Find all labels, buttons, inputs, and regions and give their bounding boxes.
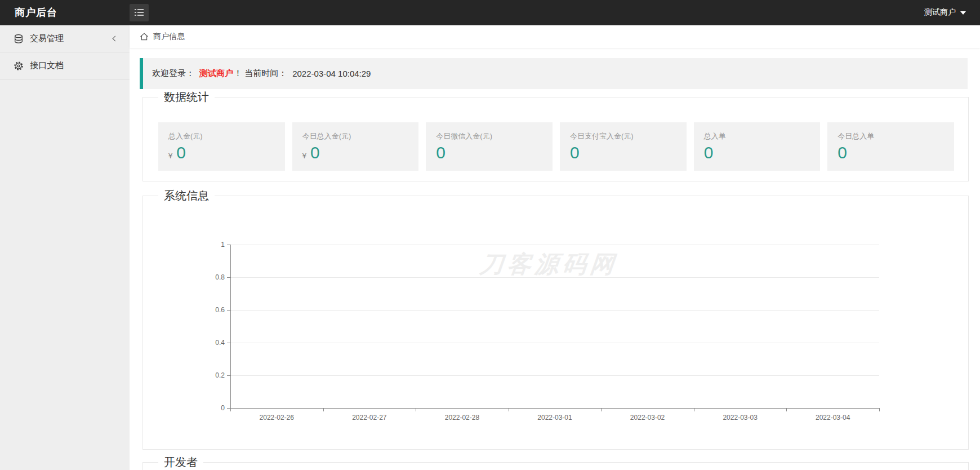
stat-card: 总入金(元)¥0 bbox=[158, 122, 285, 171]
stat-card-label: 今日微信入金(元) bbox=[436, 131, 542, 141]
x-axis-tick bbox=[601, 408, 602, 411]
y-gridline bbox=[230, 310, 879, 311]
y-axis-label: 0.6 bbox=[215, 306, 225, 314]
x-axis-tick bbox=[879, 408, 880, 411]
welcome-suffix: ！ 当前时间： bbox=[234, 68, 287, 79]
x-axis-tick bbox=[323, 408, 324, 411]
stat-card-number: 0 bbox=[310, 143, 320, 162]
line-chart: 刀客源码网 00.20.40.60.812022-02-262022-02-27… bbox=[143, 196, 968, 449]
x-axis-label: 2022-02-28 bbox=[445, 414, 479, 422]
stat-card-number: 0 bbox=[570, 143, 580, 162]
current-time: 2022-03-04 10:04:29 bbox=[292, 69, 371, 78]
stat-card-number: 0 bbox=[436, 143, 446, 162]
breadcrumb: 商户信息 bbox=[130, 25, 980, 48]
developer-section-title: 开发者 bbox=[158, 455, 203, 469]
top-header: 商户后台 测试商户 bbox=[0, 0, 980, 25]
database-icon bbox=[14, 34, 24, 44]
developer-section: 开发者 bbox=[142, 462, 969, 470]
x-axis-line bbox=[230, 408, 880, 409]
main-area: 商户信息 欢迎登录： 测试商户 ！ 当前时间： 2022-03-04 10:04… bbox=[130, 25, 980, 470]
x-axis-tick bbox=[786, 408, 787, 411]
stats-section: 数据统计 总入金(元)¥0今日总入金(元)¥0今日微信入金(元)0今日支付宝入金… bbox=[142, 97, 969, 181]
y-gridline bbox=[230, 343, 879, 343]
x-axis-label: 2022-02-26 bbox=[260, 414, 294, 422]
currency-symbol: ¥ bbox=[302, 152, 306, 160]
stat-card-label: 今日总入单 bbox=[838, 131, 944, 141]
page-content: 欢迎登录： 测试商户 ！ 当前时间： 2022-03-04 10:04:29 数… bbox=[130, 58, 980, 470]
sidebar-nav: 交易管理接口文档 bbox=[0, 25, 130, 79]
gear-icon bbox=[14, 61, 24, 71]
sidebar: 交易管理接口文档 bbox=[0, 25, 130, 470]
caret-down-icon bbox=[960, 11, 966, 15]
stat-card-label: 总入单 bbox=[704, 131, 810, 141]
x-axis-tick bbox=[509, 408, 509, 411]
merchant-name: 测试商户 bbox=[199, 68, 233, 79]
system-info-section: 系统信息 刀客源码网 00.20.40.60.812022-02-262022-… bbox=[142, 196, 969, 450]
currency-symbol: ¥ bbox=[168, 152, 172, 160]
breadcrumb-label[interactable]: 商户信息 bbox=[153, 32, 185, 42]
x-axis-tick bbox=[416, 408, 416, 411]
sidebar-item-label: 交易管理 bbox=[30, 33, 113, 44]
user-menu[interactable]: 测试商户 bbox=[924, 7, 980, 17]
watermark-text: 刀客源码网 bbox=[478, 249, 620, 280]
stat-card: 总入单0 bbox=[694, 122, 821, 171]
app-title: 商户后台 bbox=[0, 6, 130, 19]
stat-card-value: 0 bbox=[704, 143, 810, 162]
x-axis-label: 2022-03-02 bbox=[630, 414, 665, 422]
sidebar-item-api-docs[interactable]: 接口文档 bbox=[0, 52, 130, 79]
stat-card-number: 0 bbox=[176, 143, 186, 162]
y-axis-label: 1 bbox=[221, 241, 225, 249]
stat-card-value: 0 bbox=[570, 143, 676, 162]
stat-cards-row: 总入金(元)¥0今日总入金(元)¥0今日微信入金(元)0今日支付宝入金(元)0总… bbox=[158, 122, 954, 171]
y-axis-label: 0.4 bbox=[215, 339, 225, 347]
stat-card-number: 0 bbox=[704, 143, 714, 162]
chevron-left-icon bbox=[113, 36, 118, 42]
stat-card-label: 今日支付宝入金(元) bbox=[570, 131, 676, 141]
y-axis-label: 0.8 bbox=[215, 273, 225, 281]
stat-card-label: 总入金(元) bbox=[168, 131, 275, 141]
stat-card-value: ¥0 bbox=[302, 143, 409, 162]
sidebar-toggle-button[interactable] bbox=[130, 4, 149, 21]
stat-card: 今日微信入金(元)0 bbox=[426, 122, 553, 171]
welcome-prefix: 欢迎登录： bbox=[152, 68, 194, 79]
list-icon bbox=[135, 8, 144, 16]
stat-card-label: 今日总入金(元) bbox=[302, 131, 409, 141]
y-axis-line bbox=[230, 245, 231, 408]
stat-card: 今日总入金(元)¥0 bbox=[292, 122, 419, 171]
sidebar-item-transactions[interactable]: 交易管理 bbox=[0, 25, 130, 52]
stat-card-number: 0 bbox=[838, 143, 847, 162]
stat-card: 今日总入单0 bbox=[827, 122, 954, 171]
x-axis-label: 2022-03-03 bbox=[723, 414, 757, 422]
user-name: 测试商户 bbox=[924, 7, 956, 17]
x-axis-label: 2022-03-01 bbox=[537, 414, 572, 422]
stat-card-value: 0 bbox=[436, 143, 542, 162]
y-gridline bbox=[230, 375, 879, 376]
x-axis-tick bbox=[230, 408, 231, 411]
stats-section-title: 数据统计 bbox=[158, 90, 215, 104]
y-gridline bbox=[230, 245, 879, 245]
stat-card-value: ¥0 bbox=[168, 143, 275, 162]
x-axis-label: 2022-03-04 bbox=[816, 414, 850, 422]
home-icon[interactable] bbox=[140, 32, 149, 41]
sidebar-item-label: 接口文档 bbox=[30, 60, 119, 71]
stat-card: 今日支付宝入金(元)0 bbox=[560, 122, 687, 171]
welcome-banner: 欢迎登录： 测试商户 ！ 当前时间： 2022-03-04 10:04:29 bbox=[140, 58, 968, 89]
y-axis-label: 0 bbox=[221, 404, 225, 412]
x-axis-label: 2022-02-27 bbox=[352, 414, 386, 422]
y-axis-label: 0.2 bbox=[215, 371, 225, 379]
stat-card-value: 0 bbox=[838, 143, 944, 162]
y-gridline bbox=[230, 277, 879, 278]
x-axis-tick bbox=[694, 408, 694, 411]
